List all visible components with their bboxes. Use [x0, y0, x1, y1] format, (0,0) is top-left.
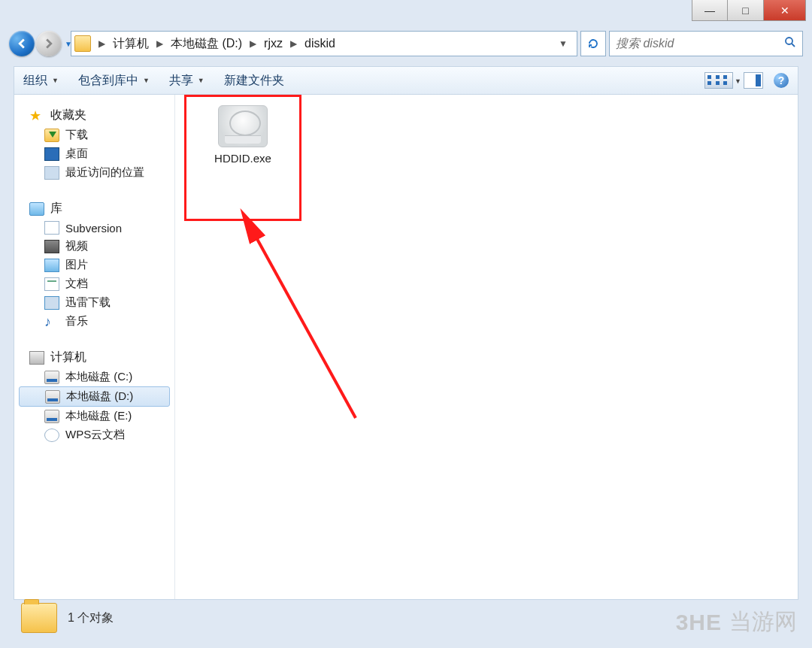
computer-label: 计算机	[50, 350, 86, 365]
share-label: 共享	[169, 73, 193, 89]
close-button[interactable]: ✕	[764, 0, 806, 21]
sidebar-item-downloads[interactable]: 下载	[14, 126, 174, 144]
sidebar-item-xunlei[interactable]: 迅雷下载	[14, 293, 174, 312]
video-icon	[44, 240, 59, 253]
sidebar-item-label: 图片	[65, 258, 88, 272]
library-icon	[29, 202, 44, 216]
preview-pane-button[interactable]	[744, 72, 763, 89]
hard-drive-icon	[218, 105, 268, 147]
sidebar-item-drive-c[interactable]: 本地磁盘 (C:)	[14, 368, 174, 386]
sidebar-item-label: 本地磁盘 (E:)	[65, 409, 132, 423]
svg-point-0	[786, 38, 792, 44]
breadcrumb-folder[interactable]: diskid	[301, 32, 338, 56]
sidebar-item-label: 文档	[65, 277, 88, 291]
chevron-right-icon[interactable]: ▶	[286, 38, 301, 49]
back-button[interactable]	[9, 31, 35, 56]
file-item-hddid[interactable]: HDDID.exe	[190, 102, 295, 165]
nav-buttons: ▼	[9, 29, 68, 58]
chevron-right-icon[interactable]: ▶	[152, 38, 168, 49]
sidebar-item-music[interactable]: ♪音乐	[14, 312, 174, 331]
file-list-area[interactable]: HDDID.exe	[175, 95, 798, 599]
svn-icon	[44, 221, 59, 235]
chevron-down-icon: ▼	[198, 77, 205, 84]
chevron-right-icon[interactable]: ▶	[245, 38, 261, 49]
navigation-sidebar: ★收藏夹 下载 桌面 最近访问的位置 库 Subversion 视频 图片 文档…	[14, 95, 175, 599]
drive-icon	[44, 371, 59, 384]
sidebar-item-pictures[interactable]: 图片	[14, 256, 174, 274]
view-options-button[interactable]: ▼	[704, 72, 733, 89]
sidebar-item-label: 桌面	[65, 147, 88, 161]
chevron-right-icon[interactable]: ▶	[94, 38, 110, 49]
watermark-logo: 3HE	[676, 610, 722, 635]
sidebar-item-label: 本地磁盘 (D:)	[66, 389, 133, 404]
status-text: 1 个对象	[68, 610, 114, 626]
refresh-icon	[587, 38, 599, 50]
navigation-bar: ▼ ▶ 计算机 ▶ 本地磁盘 (D:) ▶ rjxz ▶ diskid ▼	[9, 29, 803, 59]
arrow-right-icon	[44, 38, 54, 49]
svg-line-2	[249, 224, 356, 418]
recent-icon	[44, 166, 59, 180]
breadcrumb-dropdown[interactable]: ▼	[553, 38, 574, 49]
computer-icon	[29, 351, 44, 365]
arrow-left-icon	[17, 38, 27, 49]
sidebar-item-label: 下载	[65, 128, 88, 142]
sidebar-item-label: 最近访问的位置	[65, 165, 144, 180]
svg-line-1	[792, 44, 795, 47]
breadcrumb-folder[interactable]: rjxz	[261, 32, 286, 56]
include-library-menu[interactable]: 包含到库中▼	[78, 73, 150, 89]
forward-button[interactable]	[36, 31, 62, 56]
sidebar-item-label: 本地磁盘 (C:)	[65, 370, 132, 384]
search-box[interactable]	[609, 31, 803, 56]
drive-icon	[44, 410, 59, 423]
picture-icon	[44, 259, 59, 272]
cloud-icon	[44, 428, 59, 442]
sidebar-item-documents[interactable]: 文档	[14, 274, 174, 293]
sidebar-item-drive-e[interactable]: 本地磁盘 (E:)	[14, 407, 174, 425]
music-icon: ♪	[44, 315, 59, 329]
sidebar-item-subversion[interactable]: Subversion	[14, 219, 174, 237]
help-button[interactable]: ?	[774, 73, 789, 88]
chevron-down-icon: ▼	[735, 77, 741, 85]
main-content: ★收藏夹 下载 桌面 最近访问的位置 库 Subversion 视频 图片 文档…	[14, 95, 798, 600]
download-icon	[44, 129, 59, 142]
sidebar-group-computer[interactable]: 计算机	[14, 347, 174, 368]
star-icon: ★	[29, 109, 44, 123]
chevron-down-icon: ▼	[143, 77, 150, 84]
share-menu[interactable]: 共享▼	[169, 73, 205, 89]
history-dropdown[interactable]: ▼	[65, 40, 72, 48]
favorites-label: 收藏夹	[50, 107, 86, 123]
maximize-button[interactable]: □	[728, 0, 764, 21]
sidebar-item-recent[interactable]: 最近访问的位置	[14, 163, 174, 182]
sidebar-item-label: WPS云文档	[65, 428, 125, 442]
sidebar-item-desktop[interactable]: 桌面	[14, 144, 174, 163]
toolbar: 组织▼ 包含到库中▼ 共享▼ 新建文件夹 ▼ ?	[14, 66, 798, 95]
sidebar-group-libraries[interactable]: 库	[14, 198, 174, 219]
folder-icon	[74, 35, 91, 52]
sidebar-item-label: Subversion	[65, 222, 122, 235]
desktop-icon	[44, 147, 59, 161]
breadcrumb-drive[interactable]: 本地磁盘 (D:)	[168, 32, 245, 56]
search-input[interactable]	[616, 37, 784, 50]
newfolder-label: 新建文件夹	[224, 73, 284, 89]
watermark: 3HE 当游网	[676, 607, 797, 637]
refresh-button[interactable]	[580, 31, 606, 56]
sidebar-item-label: 音乐	[65, 314, 88, 329]
search-icon[interactable]	[784, 36, 796, 51]
sidebar-item-videos[interactable]: 视频	[14, 237, 174, 256]
sidebar-group-favorites[interactable]: ★收藏夹	[14, 105, 174, 126]
file-name-label: HDDID.exe	[190, 152, 295, 165]
sidebar-item-wps-cloud[interactable]: WPS云文档	[14, 425, 174, 444]
libraries-label: 库	[50, 201, 62, 217]
organize-menu[interactable]: 组织▼	[23, 73, 59, 89]
include-label: 包含到库中	[78, 73, 138, 89]
chevron-down-icon: ▼	[52, 77, 59, 84]
drive-icon	[45, 390, 60, 404]
new-folder-button[interactable]: 新建文件夹	[224, 73, 284, 89]
address-bar[interactable]: ▶ 计算机 ▶ 本地磁盘 (D:) ▶ rjxz ▶ diskid ▼	[71, 31, 577, 56]
folder-icon	[21, 603, 57, 633]
watermark-text: 当游网	[729, 607, 797, 637]
minimize-button[interactable]: —	[692, 0, 728, 21]
sidebar-item-drive-d[interactable]: 本地磁盘 (D:)	[19, 386, 170, 407]
breadcrumb-computer[interactable]: 计算机	[110, 32, 152, 56]
document-icon	[44, 277, 59, 291]
